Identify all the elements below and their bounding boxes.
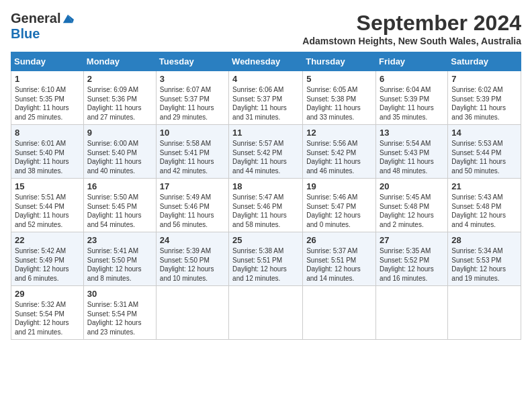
calendar-day-cell: 9 Sunrise: 6:00 AMSunset: 5:40 PMDayligh… <box>83 125 156 179</box>
calendar-day-cell: 2 Sunrise: 6:09 AMSunset: 5:36 PMDayligh… <box>83 71 156 125</box>
logo-general-text: General <box>11 11 60 26</box>
day-info: Sunrise: 5:54 AMSunset: 5:43 PMDaylight:… <box>380 140 434 175</box>
day-number: 29 <box>15 289 80 299</box>
calendar-day-cell: 5 Sunrise: 6:05 AMSunset: 5:38 PMDayligh… <box>303 71 376 125</box>
calendar-day-cell <box>448 286 521 340</box>
calendar-day-cell: 24 Sunrise: 5:39 AMSunset: 5:50 PMDaylig… <box>156 232 228 286</box>
day-number: 28 <box>451 235 517 245</box>
calendar-week-row: 22 Sunrise: 5:42 AMSunset: 5:49 PMDaylig… <box>11 232 521 286</box>
calendar-day-cell <box>376 286 448 340</box>
calendar-day-cell: 28 Sunrise: 5:34 AMSunset: 5:53 PMDaylig… <box>448 232 521 286</box>
day-number: 20 <box>380 181 444 191</box>
calendar-day-cell: 19 Sunrise: 5:46 AMSunset: 5:47 PMDaylig… <box>303 179 376 232</box>
day-info: Sunrise: 6:02 AMSunset: 5:39 PMDaylight:… <box>451 86 506 121</box>
day-info: Sunrise: 5:57 AMSunset: 5:42 PMDaylight:… <box>232 140 287 175</box>
calendar-day-cell: 16 Sunrise: 5:50 AMSunset: 5:45 PMDaylig… <box>83 179 156 232</box>
day-info: Sunrise: 5:50 AMSunset: 5:45 PMDaylight:… <box>87 193 142 228</box>
calendar-week-row: 1 Sunrise: 6:10 AMSunset: 5:35 PMDayligh… <box>11 71 521 125</box>
day-info: Sunrise: 6:07 AMSunset: 5:37 PMDaylight:… <box>160 86 214 121</box>
day-number: 24 <box>160 235 225 245</box>
calendar-day-cell: 4 Sunrise: 6:06 AMSunset: 5:37 PMDayligh… <box>229 71 303 125</box>
day-number: 9 <box>87 128 152 138</box>
day-info: Sunrise: 5:38 AMSunset: 5:51 PMDaylight:… <box>232 247 287 282</box>
calendar-day-cell: 15 Sunrise: 5:51 AMSunset: 5:44 PMDaylig… <box>11 179 84 232</box>
day-info: Sunrise: 5:37 AMSunset: 5:51 PMDaylight:… <box>306 247 361 282</box>
calendar-week-row: 15 Sunrise: 5:51 AMSunset: 5:44 PMDaylig… <box>11 179 521 232</box>
calendar-day-cell: 17 Sunrise: 5:49 AMSunset: 5:46 PMDaylig… <box>156 179 228 232</box>
day-number: 4 <box>232 74 299 84</box>
day-number: 5 <box>306 74 372 84</box>
calendar-day-cell: 29 Sunrise: 5:32 AMSunset: 5:54 PMDaylig… <box>11 286 84 340</box>
calendar-day-cell <box>156 286 228 340</box>
day-info: Sunrise: 5:39 AMSunset: 5:50 PMDaylight:… <box>160 247 214 282</box>
calendar-day-cell <box>229 286 303 340</box>
calendar-day-cell: 23 Sunrise: 5:41 AMSunset: 5:50 PMDaylig… <box>83 232 156 286</box>
calendar-day-cell: 7 Sunrise: 6:02 AMSunset: 5:39 PMDayligh… <box>448 71 521 125</box>
day-info: Sunrise: 5:45 AMSunset: 5:48 PMDaylight:… <box>380 193 434 228</box>
calendar-day-cell: 1 Sunrise: 6:10 AMSunset: 5:35 PMDayligh… <box>11 71 84 125</box>
day-info: Sunrise: 5:58 AMSunset: 5:41 PMDaylight:… <box>160 140 214 175</box>
calendar-table: SundayMondayTuesdayWednesdayThursdayFrid… <box>11 52 521 340</box>
day-info: Sunrise: 5:42 AMSunset: 5:49 PMDaylight:… <box>15 247 69 282</box>
weekday-header-wednesday: Wednesday <box>229 52 303 71</box>
day-number: 3 <box>160 74 225 84</box>
calendar-day-cell: 6 Sunrise: 6:04 AMSunset: 5:39 PMDayligh… <box>376 71 448 125</box>
day-info: Sunrise: 5:34 AMSunset: 5:53 PMDaylight:… <box>451 247 506 282</box>
logo-blue-text: Blue <box>11 26 40 42</box>
day-info: Sunrise: 6:01 AMSunset: 5:40 PMDaylight:… <box>15 140 69 175</box>
calendar-day-cell: 12 Sunrise: 5:56 AMSunset: 5:42 PMDaylig… <box>303 125 376 179</box>
day-info: Sunrise: 6:09 AMSunset: 5:36 PMDaylight:… <box>87 86 142 121</box>
day-number: 22 <box>15 235 80 245</box>
calendar-week-row: 29 Sunrise: 5:32 AMSunset: 5:54 PMDaylig… <box>11 286 521 340</box>
day-info: Sunrise: 5:53 AMSunset: 5:44 PMDaylight:… <box>451 140 506 175</box>
day-number: 2 <box>87 74 152 84</box>
day-info: Sunrise: 6:10 AMSunset: 5:35 PMDaylight:… <box>15 86 69 121</box>
day-info: Sunrise: 5:31 AMSunset: 5:54 PMDaylight:… <box>87 301 142 336</box>
day-number: 14 <box>451 128 517 138</box>
day-number: 7 <box>451 74 517 84</box>
day-number: 10 <box>160 128 225 138</box>
calendar-day-cell: 13 Sunrise: 5:54 AMSunset: 5:43 PMDaylig… <box>376 125 448 179</box>
day-info: Sunrise: 5:46 AMSunset: 5:47 PMDaylight:… <box>306 193 361 228</box>
day-number: 13 <box>380 128 444 138</box>
day-number: 23 <box>87 235 152 245</box>
calendar-day-cell <box>303 286 376 340</box>
day-number: 11 <box>232 128 299 138</box>
day-number: 21 <box>451 181 517 191</box>
day-info: Sunrise: 6:00 AMSunset: 5:40 PMDaylight:… <box>87 140 142 175</box>
day-number: 6 <box>380 74 444 84</box>
calendar-day-cell: 11 Sunrise: 5:57 AMSunset: 5:42 PMDaylig… <box>229 125 303 179</box>
day-number: 17 <box>160 181 225 191</box>
calendar-day-cell: 25 Sunrise: 5:38 AMSunset: 5:51 PMDaylig… <box>229 232 303 286</box>
header: General Blue September 2024 Adamstown He… <box>11 11 521 46</box>
month-title: September 2024 <box>302 11 521 36</box>
day-number: 1 <box>15 74 80 84</box>
day-info: Sunrise: 5:51 AMSunset: 5:44 PMDaylight:… <box>15 193 69 228</box>
day-info: Sunrise: 5:47 AMSunset: 5:46 PMDaylight:… <box>232 193 287 228</box>
day-number: 30 <box>87 289 152 299</box>
day-info: Sunrise: 5:56 AMSunset: 5:42 PMDaylight:… <box>306 140 361 175</box>
day-info: Sunrise: 6:04 AMSunset: 5:39 PMDaylight:… <box>380 86 434 121</box>
day-info: Sunrise: 6:06 AMSunset: 5:37 PMDaylight:… <box>232 86 287 121</box>
day-number: 25 <box>232 235 299 245</box>
calendar-day-cell: 14 Sunrise: 5:53 AMSunset: 5:44 PMDaylig… <box>448 125 521 179</box>
day-number: 26 <box>306 235 372 245</box>
calendar-day-cell: 22 Sunrise: 5:42 AMSunset: 5:49 PMDaylig… <box>11 232 84 286</box>
weekday-header-friday: Friday <box>376 52 448 71</box>
weekday-header-row: SundayMondayTuesdayWednesdayThursdayFrid… <box>11 52 521 71</box>
day-info: Sunrise: 6:05 AMSunset: 5:38 PMDaylight:… <box>306 86 361 121</box>
weekday-header-thursday: Thursday <box>303 52 376 71</box>
weekday-header-saturday: Saturday <box>448 52 521 71</box>
calendar-day-cell: 27 Sunrise: 5:35 AMSunset: 5:52 PMDaylig… <box>376 232 448 286</box>
day-number: 12 <box>306 128 372 138</box>
calendar-day-cell: 18 Sunrise: 5:47 AMSunset: 5:46 PMDaylig… <box>229 179 303 232</box>
day-number: 27 <box>380 235 444 245</box>
title-area: September 2024 Adamstown Heights, New So… <box>302 11 521 46</box>
logo: General Blue <box>11 11 74 42</box>
calendar-day-cell: 10 Sunrise: 5:58 AMSunset: 5:41 PMDaylig… <box>156 125 228 179</box>
day-info: Sunrise: 5:49 AMSunset: 5:46 PMDaylight:… <box>160 193 214 228</box>
logo-icon <box>62 13 74 25</box>
weekday-header-sunday: Sunday <box>11 52 84 71</box>
day-number: 19 <box>306 181 372 191</box>
day-number: 15 <box>15 181 80 191</box>
